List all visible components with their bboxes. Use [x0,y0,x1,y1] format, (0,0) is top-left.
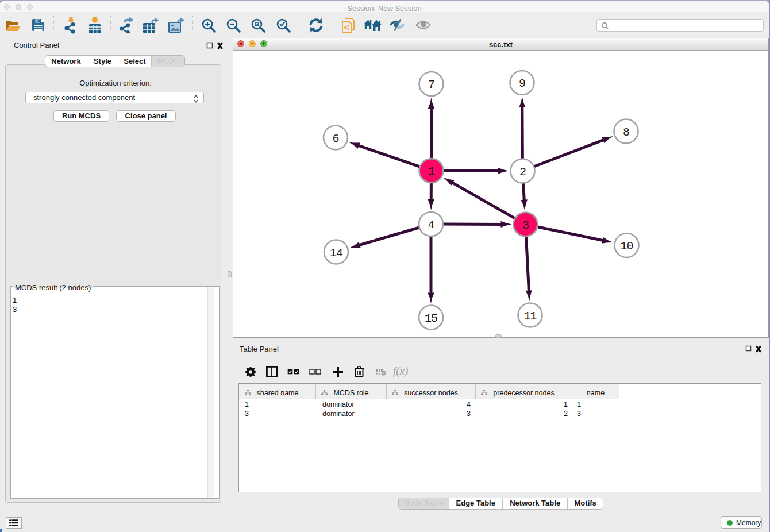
svg-text:2: 2 [519,165,526,179]
svg-text:1: 1 [428,165,435,178]
svg-text:15: 15 [425,312,437,325]
svg-text:10: 10 [620,240,633,253]
svg-text:6: 6 [332,132,338,145]
svg-text:8: 8 [623,126,629,139]
svg-text:9: 9 [519,77,525,90]
svg-text:7: 7 [428,78,434,91]
svg-text:3: 3 [522,219,529,232]
svg-text:f(x): f(x) [393,366,408,377]
svg-text:14: 14 [330,246,342,260]
svg-text:4: 4 [428,218,434,232]
svg-text:11: 11 [523,310,537,323]
